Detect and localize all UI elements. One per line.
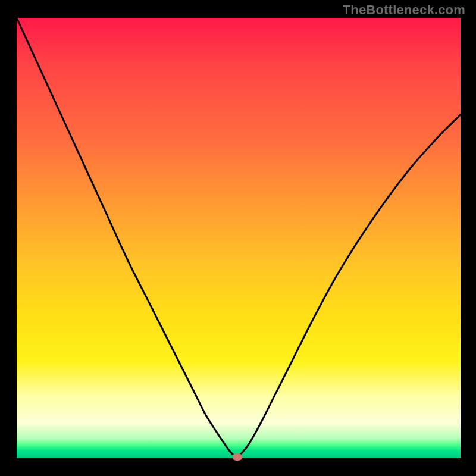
- minimum-marker: [233, 453, 242, 461]
- curve-svg: [17, 18, 461, 458]
- curve-left-branch: [17, 18, 237, 458]
- attribution-text: TheBottleneck.com: [343, 2, 465, 18]
- plot-area: [17, 18, 461, 458]
- curve-right-branch: [237, 115, 461, 458]
- chart-frame: TheBottleneck.com: [0, 0, 476, 476]
